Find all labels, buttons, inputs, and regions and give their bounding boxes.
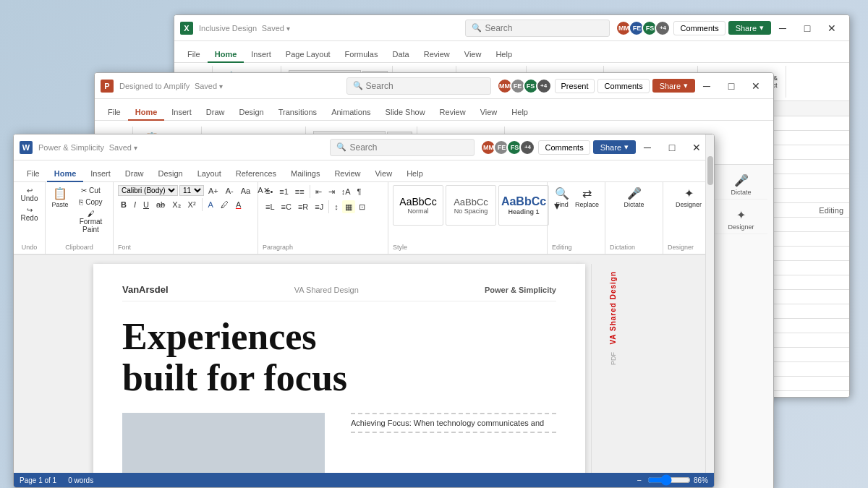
word-tab-mailings[interactable]: Mailings — [284, 166, 327, 182]
excel-maximize-button[interactable]: □ — [796, 18, 819, 38]
word-superscript-button[interactable]: X² — [185, 200, 199, 210]
word-text-effects-button[interactable]: A — [205, 200, 216, 210]
ppt-tab-file[interactable]: File — [101, 105, 128, 121]
excel-tab-page-layout[interactable]: Page Layout — [278, 47, 338, 63]
excel-close-button[interactable]: ✕ — [820, 18, 843, 38]
word-undo-button[interactable]: ↩ Undo — [17, 185, 42, 204]
excel-share-button[interactable]: Share ▾ — [728, 21, 771, 35]
word-dictate-button[interactable]: 🎤Dictate — [610, 185, 658, 210]
word-highlight-button[interactable]: 🖊 — [218, 200, 231, 210]
word-designer-button[interactable]: ✦Designer — [668, 185, 710, 210]
excel-tab-view[interactable]: View — [457, 47, 489, 63]
excel-tab-review[interactable]: Review — [417, 47, 457, 63]
word-cut-button[interactable]: ✂ Cut — [73, 185, 109, 196]
excel-comments-button[interactable]: Comments — [673, 21, 725, 35]
word-bold-button[interactable]: B — [118, 200, 129, 210]
ppt-comments-button[interactable]: Comments — [597, 79, 649, 93]
excel-search-box[interactable]: 🔍 — [465, 20, 610, 37]
excel-search-input[interactable] — [485, 23, 603, 33]
word-font-shrink-button[interactable]: A- — [223, 186, 237, 196]
word-numbering-button[interactable]: ≡1 — [276, 185, 292, 198]
word-tab-home[interactable]: Home — [47, 166, 84, 182]
word-shading-button[interactable]: ▦ — [342, 200, 355, 213]
ppt-designer-tool[interactable]: ✦ Designer — [715, 205, 767, 234]
ppt-tab-design[interactable]: Design — [231, 105, 271, 121]
word-increase-indent-button[interactable]: ⇥ — [326, 185, 338, 198]
ppt-tab-review[interactable]: Review — [433, 105, 473, 121]
word-format-paint-button[interactable]: 🖌 Format Paint — [73, 208, 109, 235]
excel-minimize-button[interactable]: ─ — [771, 18, 794, 38]
word-sort-button[interactable]: ↕A — [339, 185, 354, 198]
word-share-button[interactable]: Share ▾ — [593, 140, 636, 154]
word-search-box[interactable]: 🔍 — [330, 139, 475, 156]
ppt-share-button[interactable]: Share ▾ — [652, 79, 695, 93]
word-font-color-button[interactable]: A — [233, 200, 244, 210]
excel-tab-file[interactable]: File — [180, 47, 208, 63]
word-find-button[interactable]: 🔍Find — [552, 185, 572, 210]
style-heading1[interactable]: AaBbCc Heading 1 — [498, 185, 549, 226]
ppt-tab-help[interactable]: Help — [504, 105, 535, 121]
word-align-center-button[interactable]: ≡C — [278, 200, 294, 213]
excel-tab-insert[interactable]: Insert — [244, 47, 278, 63]
word-justify-button[interactable]: ≡J — [312, 200, 326, 213]
ppt-tab-slide-show[interactable]: Slide Show — [378, 105, 433, 121]
word-font-case-button[interactable]: Aa — [238, 186, 253, 196]
ppt-close-button[interactable]: ✕ — [744, 76, 767, 96]
ppt-tab-transitions[interactable]: Transitions — [271, 105, 324, 121]
word-tab-design[interactable]: Design — [150, 166, 190, 182]
word-borders-button[interactable]: ⊡ — [356, 200, 368, 213]
excel-tab-home[interactable]: Home — [208, 47, 244, 63]
word-maximize-button[interactable]: □ — [660, 137, 684, 158]
word-zoom-slider[interactable] — [647, 474, 691, 486]
ppt-present-button[interactable]: Present — [555, 79, 595, 93]
word-scrollbar[interactable] — [705, 134, 714, 473]
excel-tab-formulas[interactable]: Formulas — [338, 47, 386, 63]
word-strikethrough-button[interactable]: ab — [153, 200, 168, 210]
ppt-search-box[interactable]: 🔍 — [346, 77, 491, 95]
ppt-tab-view[interactable]: View — [473, 105, 505, 121]
word-line-spacing-button[interactable]: ↕ — [331, 200, 341, 213]
word-underline-button[interactable]: U — [140, 200, 152, 210]
style-no-spacing[interactable]: AaBbCc No Spacing — [446, 185, 496, 226]
word-scrollbar-thumb[interactable] — [707, 156, 713, 185]
word-comments-button[interactable]: Comments — [538, 140, 590, 155]
ppt-dictate-tool[interactable]: 🎤 Dictate — [715, 171, 767, 200]
word-font-grow-button[interactable]: A+ — [205, 186, 221, 196]
word-tab-insert[interactable]: Insert — [83, 166, 118, 182]
word-decrease-indent-button[interactable]: ⇤ — [312, 185, 325, 198]
word-replace-button[interactable]: ⇄Replace — [574, 185, 600, 210]
word-copy-button[interactable]: ⎘ Copy — [73, 197, 109, 207]
word-tab-draw[interactable]: Draw — [118, 166, 151, 182]
excel-tab-help[interactable]: Help — [488, 47, 519, 63]
word-tab-review[interactable]: Review — [327, 166, 367, 182]
word-tab-help[interactable]: Help — [399, 166, 430, 182]
ppt-tab-home[interactable]: Home — [128, 105, 165, 121]
word-bullets-button[interactable]: ≡• — [263, 185, 276, 198]
word-minimize-button[interactable]: ─ — [636, 137, 659, 158]
ppt-tab-animations[interactable]: Animations — [324, 105, 378, 121]
style-normal[interactable]: AaBbCc Normal — [393, 185, 443, 226]
word-redo-button[interactable]: ↪ Redo — [17, 205, 42, 223]
ppt-minimize-button[interactable]: ─ — [695, 76, 718, 96]
word-multilevel-button[interactable]: ≡≡ — [292, 185, 307, 198]
word-paste-button[interactable]: 📋Paste — [50, 185, 70, 210]
word-font-selector[interactable]: Calibri (Body) — [118, 185, 178, 196]
ppt-tab-draw[interactable]: Draw — [199, 105, 232, 121]
ppt-search-input[interactable] — [366, 81, 485, 91]
word-tab-layout[interactable]: Layout — [190, 166, 229, 182]
ppt-maximize-button[interactable]: □ — [720, 76, 743, 96]
word-subscript-button[interactable]: X₂ — [169, 200, 183, 210]
word-italic-button[interactable]: I — [131, 200, 139, 210]
excel-tab-data[interactable]: Data — [385, 47, 416, 63]
word-tab-view[interactable]: View — [367, 166, 399, 182]
word-search-input[interactable] — [349, 142, 468, 153]
word-tab-references[interactable]: References — [229, 166, 284, 182]
word-zoom-out-button[interactable]: − — [634, 475, 644, 485]
word-avatar-count: +4 — [519, 140, 535, 155]
word-show-formatting-button[interactable]: ¶ — [354, 185, 365, 198]
word-align-left-button[interactable]: ≡L — [263, 200, 278, 213]
word-align-right-button[interactable]: ≡R — [295, 200, 311, 213]
word-tab-file[interactable]: File — [20, 166, 47, 182]
ppt-tab-insert[interactable]: Insert — [164, 105, 199, 121]
word-font-size-selector[interactable]: 11 — [179, 185, 204, 196]
